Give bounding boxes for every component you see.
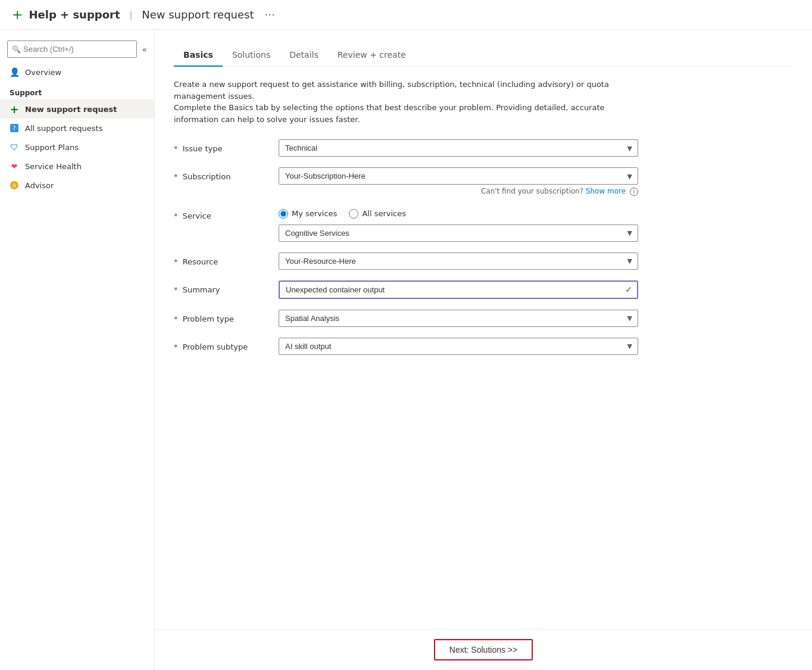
summary-check-icon: ✓: [625, 285, 632, 294]
resource-select[interactable]: Your-Resource-Here: [279, 253, 638, 270]
summary-input[interactable]: [279, 281, 638, 299]
problem-type-label: * Problem type: [174, 310, 269, 323]
subscription-control: Your-Subscription-Here ▼ Can't find your…: [279, 167, 638, 196]
tab-basics[interactable]: Basics: [174, 44, 223, 67]
tab-details[interactable]: Details: [280, 44, 328, 67]
plus-icon: +: [12, 7, 23, 22]
sidebar-new-support-label: New support request: [25, 105, 117, 114]
sidebar-service-health-label: Service Health: [25, 162, 82, 171]
shield-icon: 🛡: [10, 142, 19, 152]
service-select[interactable]: Cognitive Services Azure AI Services: [279, 225, 638, 242]
issue-type-select-wrapper: Technical Billing Subscription Managemen…: [279, 139, 638, 157]
problem-type-control: Spatial Analysis Other ▼: [279, 310, 638, 327]
summary-row: * Summary ✓: [174, 281, 638, 299]
app-header: + Help + support | New support request ·…: [0, 0, 812, 30]
collapse-sidebar-button[interactable]: «: [142, 45, 147, 54]
problem-subtype-control: AI skill output Other ▼: [279, 338, 638, 355]
problem-subtype-row: * Problem subtype AI skill output Other …: [174, 338, 638, 355]
app-title: Help + support: [29, 8, 120, 21]
tab-bar: Basics Solutions Details Review + create: [174, 44, 793, 67]
resource-row: * Resource Your-Resource-Here ▼: [174, 253, 638, 270]
tab-review-create[interactable]: Review + create: [328, 44, 416, 67]
issue-type-select[interactable]: Technical Billing Subscription Managemen…: [279, 139, 638, 157]
new-support-plus-icon: +: [10, 104, 19, 114]
bottom-bar: Next: Solutions >>: [155, 629, 812, 670]
sidebar: 🔍 « 👤 Overview Support + New support req…: [0, 30, 155, 670]
sidebar-item-service-health[interactable]: ❤ Service Health: [0, 157, 154, 176]
description-line2: Complete the Basics tab by selecting the…: [174, 103, 605, 124]
subscription-select-wrapper: Your-Subscription-Here ▼: [279, 167, 638, 185]
issue-type-label: * Issue type: [174, 139, 269, 153]
heart-icon: ❤: [10, 161, 19, 171]
sidebar-item-new-support-request[interactable]: + New support request: [0, 99, 154, 119]
summary-label: * Summary: [174, 281, 269, 294]
problem-type-select[interactable]: Spatial Analysis Other: [279, 310, 638, 327]
all-requests-icon: ?: [10, 123, 19, 133]
required-star-sum: *: [174, 285, 178, 294]
cant-find-subscription: Can't find your subscription? Show more …: [279, 187, 638, 196]
resource-control: Your-Resource-Here ▼: [279, 253, 638, 270]
problem-subtype-label: * Problem subtype: [174, 338, 269, 351]
required-star-res: *: [174, 257, 178, 266]
sidebar-support-plans-label: Support Plans: [25, 143, 79, 152]
sidebar-advisor-label: Advisor: [25, 181, 54, 190]
service-select-wrapper: Cognitive Services Azure AI Services ▼: [279, 225, 638, 242]
show-more-link[interactable]: Show more: [586, 187, 626, 195]
cant-find-text: Can't find your subscription?: [481, 187, 583, 195]
resource-label: * Resource: [174, 253, 269, 266]
service-label: * Service: [174, 207, 269, 220]
svg-text:?: ?: [13, 125, 15, 132]
all-services-label: All services: [362, 209, 406, 218]
service-row: * Service My services All services: [174, 207, 638, 242]
problem-type-row: * Problem type Spatial Analysis Other ▼: [174, 310, 638, 327]
all-services-radio[interactable]: All services: [349, 209, 406, 219]
sidebar-item-support-plans[interactable]: 🛡 Support Plans: [0, 138, 154, 157]
sidebar-section-support: Support: [0, 82, 154, 99]
info-icon[interactable]: i: [630, 188, 638, 196]
problem-subtype-select-wrapper: AI skill output Other ▼: [279, 338, 638, 355]
issue-type-control: Technical Billing Subscription Managemen…: [279, 139, 638, 157]
service-control: My services All services Cognitive Servi…: [279, 207, 638, 242]
required-star-sub: *: [174, 172, 178, 181]
issue-type-row: * Issue type Technical Billing Subscript…: [174, 139, 638, 157]
sidebar-all-requests-label: All support requests: [25, 124, 102, 133]
summary-input-wrapper: ✓: [279, 281, 638, 299]
subscription-select[interactable]: Your-Subscription-Here: [279, 167, 638, 185]
advisor-icon: A: [10, 180, 19, 190]
search-input[interactable]: [7, 40, 137, 58]
service-radio-group: My services All services: [279, 207, 638, 219]
sidebar-overview-label: Overview: [25, 68, 61, 77]
search-icon: 🔍: [12, 45, 21, 54]
subscription-row: * Subscription Your-Subscription-Here ▼ …: [174, 167, 638, 196]
description-line1: Create a new support request to get assi…: [174, 80, 609, 101]
next-solutions-button[interactable]: Next: Solutions >>: [434, 639, 533, 660]
form-description: Create a new support request to get assi…: [174, 79, 638, 125]
svg-text:A: A: [13, 183, 17, 189]
my-services-radio-input[interactable]: [279, 209, 288, 219]
all-services-radio-input[interactable]: [349, 209, 358, 219]
my-services-radio[interactable]: My services: [279, 209, 337, 219]
required-star-pst: *: [174, 342, 178, 351]
required-star: *: [174, 144, 178, 153]
page-title: New support request: [142, 8, 254, 21]
sidebar-item-advisor[interactable]: A Advisor: [0, 176, 154, 195]
tab-solutions[interactable]: Solutions: [223, 44, 280, 67]
problem-type-select-wrapper: Spatial Analysis Other ▼: [279, 310, 638, 327]
required-star-pt: *: [174, 314, 178, 323]
sidebar-item-overview[interactable]: 👤 Overview: [0, 63, 154, 82]
support-form: * Issue type Technical Billing Subscript…: [174, 139, 638, 355]
summary-control: ✓: [279, 281, 638, 299]
subscription-label: * Subscription: [174, 167, 269, 181]
required-star-svc: *: [174, 211, 178, 220]
overview-icon: 👤: [10, 67, 19, 77]
more-options-icon[interactable]: ···: [265, 8, 275, 21]
header-separator: |: [130, 10, 133, 20]
problem-subtype-select[interactable]: AI skill output Other: [279, 338, 638, 355]
resource-select-wrapper: Your-Resource-Here ▼: [279, 253, 638, 270]
main-content: Basics Solutions Details Review + create…: [155, 30, 812, 629]
sidebar-item-all-support-requests[interactable]: ? All support requests: [0, 119, 154, 138]
my-services-label: My services: [292, 209, 337, 218]
